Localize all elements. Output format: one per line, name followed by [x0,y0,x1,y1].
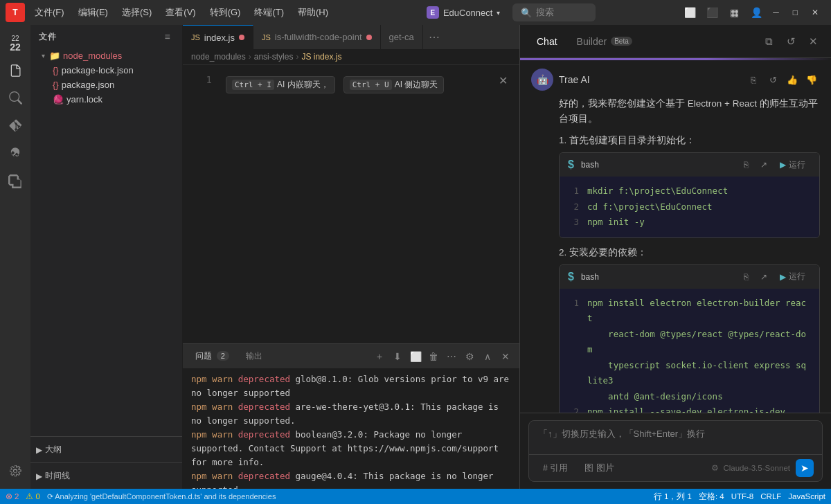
close-button[interactable]: ✕ [805,0,825,25]
terminal-split-icon[interactable]: ⬇ [389,348,406,365]
chat-tab-chat[interactable]: Chat [528,32,566,51]
code-block-2: $ bash ⎘ ↗ ▶ 运行 1 [559,264,820,413]
menu-goto[interactable]: 转到(G) [203,3,248,21]
send-button[interactable]: ➤ [796,459,814,477]
terminal-close-icon[interactable]: ✕ [497,348,514,365]
chat-history-icon[interactable]: ↺ [781,32,801,51]
terminal-collapse-icon[interactable]: ∧ [479,348,496,365]
status-row-col[interactable]: 行 1，列 1 [654,492,692,502]
sidebar-item-package-json[interactable]: {} package.json [30,78,182,92]
chat-popout-icon[interactable]: ⧉ [759,32,778,51]
activity-search[interactable] [3,86,28,111]
beta-badge: Beta [611,37,632,46]
menu-file[interactable]: 文件(F) [28,3,71,21]
code-line-3: 3 npm init -y [569,215,810,231]
menu-view[interactable]: 查看(V) [159,3,202,21]
node-modules-label: node_modules [63,51,122,61]
activity-debug[interactable] [3,141,28,166]
reference-button[interactable]: # 引用 [537,460,573,476]
breadcrumb-ansi-styles[interactable]: ansi-styles [254,52,294,62]
menu-edit[interactable]: 编辑(E) [71,3,115,21]
sidebar-outline-header[interactable]: ▶ 大纲 [30,441,182,458]
tab-label: get-ca [389,32,414,42]
refresh-icon[interactable]: ↺ [765,71,781,88]
menu-select[interactable]: 选择(S) [115,3,159,21]
editor-gutter: 1 [183,65,217,343]
account-icon[interactable]: 👤 [747,3,766,22]
run-code-button[interactable]: ▶ 运行 [774,157,811,172]
breadcrumb-node-modules[interactable]: node_modules [191,52,246,62]
status-spaces[interactable]: 空格: 4 [699,492,724,502]
message-header: 🤖 Trae AI ⎘ ↺ 👍 👎 [531,69,820,91]
main-layout: 22 22 文件 ≡ ▾ [0,25,831,489]
sidebar-item-package-lock[interactable]: {} package-lock.json [30,63,182,78]
inline-chat-hint[interactable]: Ctrl + I AI 内嵌聊天， [226,76,335,93]
sidebar-item-yarn-lock[interactable]: 🧶 yarn.lock [30,92,182,107]
terminal-layout-icon[interactable]: ⬜ [407,348,424,365]
add-terminal-icon[interactable]: + [371,348,388,365]
titlebar-actions: ⬜ ⬛ ▦ 👤 [680,3,766,22]
chat-input-field[interactable]: 「↑」切换历史输入，「Shift+Enter」换行 [529,421,822,454]
layout2-icon[interactable]: ⬛ [702,3,722,22]
status-warnings[interactable]: ⚠ 0 [26,492,39,501]
app-name-button[interactable]: E EduConnect ▾ [420,3,508,21]
maximize-button[interactable]: □ [786,0,805,25]
new-file-icon[interactable]: ≡ [161,30,174,43]
tab-more-button[interactable]: ⋯ [423,25,445,49]
chat-close-icon[interactable]: ✕ [803,32,823,51]
run-code-button-2[interactable]: ▶ 运行 [774,269,811,285]
sidebar-header-icons: ≡ [161,30,174,43]
sidebar-item-node-modules[interactable]: ▾ 📁 node_modules [30,48,182,63]
terminal-line-4: npm warn deprecated gauge@4.0.4: This pa… [191,469,511,489]
terminal-tab-output[interactable]: 输出 [239,348,269,365]
activity-git[interactable] [3,114,28,138]
code-block-2-header: $ bash ⎘ ↗ ▶ 运行 [560,265,819,289]
chat-tab-builder[interactable]: Builder Beta [569,32,641,51]
status-left: ⊗ 2 ⚠ 0 ⟳ Analyzing 'getDefaultComponent… [6,492,276,501]
terminal-filter-icon[interactable]: ⚙ [461,348,478,365]
share-code-icon[interactable]: ↗ [756,157,771,172]
code-block-2-actions: ⎘ ↗ ▶ 运行 [738,269,811,285]
search-box[interactable]: 🔍 搜索 [512,3,596,21]
editor-main[interactable]: Ctrl + I AI 内嵌聊天， Ctrl + U AI 侧边聊天 [217,65,519,343]
step1-title: 1. 首先创建项目目录并初始化： [531,134,820,147]
tab-get-ca[interactable]: get-ca [381,25,423,49]
copy-code-icon-2[interactable]: ⎘ [738,269,753,285]
terminal-trash-icon[interactable]: 🗑 [425,348,442,365]
layout-icon[interactable]: ⬜ [680,3,699,22]
code-lang-1: bash [581,160,599,170]
breadcrumb-file[interactable]: JS index.js [301,52,341,62]
status-errors[interactable]: ⊗ 2 [6,492,19,501]
terminal-content[interactable]: npm warn deprecated glob@8.1.0: Glob ver… [183,368,519,489]
activity-extensions[interactable] [3,169,28,194]
layout3-icon[interactable]: ▦ [724,3,744,22]
editor-hint-bar: Ctrl + I AI 内嵌聊天， Ctrl + U AI 侧边聊天 [217,72,452,98]
editor-close-button[interactable]: ✕ [494,72,511,89]
copy-code-icon[interactable]: ⎘ [738,157,753,172]
sidebar-timeline-header[interactable]: ▶ 时间线 [30,467,182,485]
activity-settings[interactable] [3,458,28,483]
status-encoding[interactable]: UTF-8 [731,492,754,501]
terminal-tab-problems[interactable]: 问题 2 [188,348,236,365]
app-logo: T [6,3,25,22]
activity-explorer[interactable] [3,58,28,83]
status-language[interactable]: JavaScript [788,492,825,501]
side-chat-hint[interactable]: Ctrl + U AI 侧边聊天 [343,76,445,93]
copy-icon[interactable]: ⎘ [745,71,762,88]
image-button[interactable]: 图 图片 [579,460,619,476]
model-name-label: Claude-3.5-Sonnet [723,464,790,472]
thumbs-down-icon[interactable]: 👎 [803,71,820,88]
breadcrumb: node_modules › ansi-styles › JS index.js [183,49,519,65]
terminal-more-icon[interactable]: ⋯ [443,348,460,365]
thumbs-up-icon[interactable]: 👍 [784,71,801,88]
menu-help[interactable]: 帮助(H) [291,3,335,21]
menu-terminal[interactable]: 终端(T) [247,3,291,21]
minimize-button[interactable]: ─ [766,0,786,25]
chevron-right-icon: ▶ [36,471,42,481]
chat-body[interactable]: 🤖 Trae AI ⎘ ↺ 👍 👎 好的，我来帮您创建这个基于 Electron… [520,60,831,413]
tab-index-js[interactable]: JS index.js [183,25,253,49]
share-code-icon-2[interactable]: ↗ [756,269,771,285]
tab-fullwidth[interactable]: JS is-fullwidth-code-point [253,25,381,49]
status-line-ending[interactable]: CRLF [760,492,781,501]
warning-icon: ⚠ [26,492,33,501]
